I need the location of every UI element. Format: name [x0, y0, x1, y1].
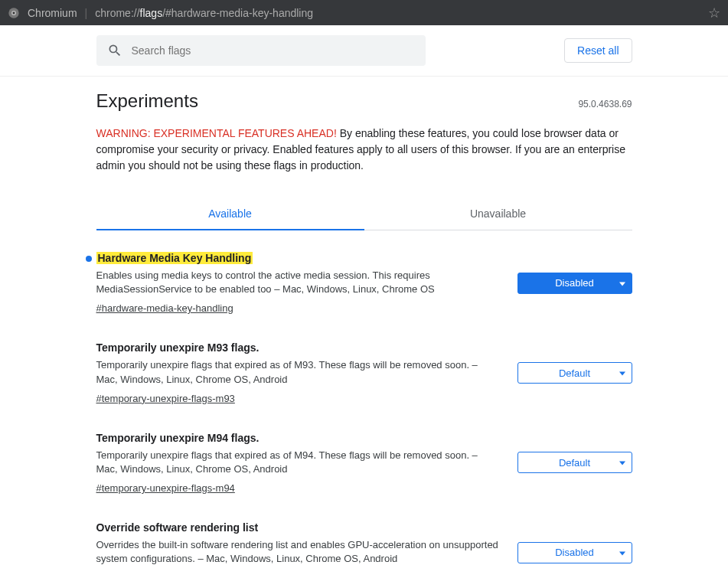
address-url[interactable]: chrome://flags/#hardware-media-key-handl…	[95, 7, 313, 19]
page-title: Experiments	[96, 90, 198, 112]
tabs: Available Unavailable	[96, 198, 632, 230]
flag-control: Default	[517, 432, 632, 494]
flags-list: Hardware Media Key HandlingEnables using…	[96, 252, 632, 565]
browser-label: Chromium	[28, 7, 77, 19]
address-separator: |	[85, 7, 88, 19]
modified-dot-icon	[86, 256, 92, 262]
flag-select[interactable]: Disabled	[517, 273, 632, 294]
flag-item: Override software rendering listOverride…	[96, 521, 632, 565]
flag-body: Temporarily unexpire M93 flags.Temporari…	[96, 341, 499, 403]
flag-title: Hardware Media Key Handling	[96, 252, 253, 264]
flag-description: Temporarily unexpire flags that expired …	[96, 449, 499, 476]
search-input[interactable]	[132, 44, 415, 57]
flag-anchor-link[interactable]: #hardware-media-key-handling	[96, 302, 233, 314]
url-host: flags	[140, 7, 163, 19]
bookmark-star-icon[interactable]: ☆	[708, 5, 720, 21]
flag-select-value: Disabled	[524, 277, 625, 289]
flag-control: Disabled	[517, 521, 632, 565]
flag-title: Temporarily unexpire M94 flags.	[96, 432, 260, 444]
flag-anchor-link[interactable]: #temporary-unexpire-flags-m94	[96, 482, 235, 494]
flag-select-value: Default	[524, 457, 625, 469]
tab-available[interactable]: Available	[96, 198, 364, 230]
flag-select[interactable]: Default	[517, 362, 632, 384]
flag-item: Hardware Media Key HandlingEnables using…	[96, 252, 632, 314]
reset-all-button[interactable]: Reset all	[564, 38, 632, 63]
flag-title: Override software rendering list	[96, 521, 259, 534]
chrome-icon	[8, 7, 20, 19]
search-box[interactable]	[96, 35, 426, 66]
address-bar: Chromium | chrome://flags/#hardware-medi…	[0, 0, 728, 25]
warning-lead: WARNING: EXPERIMENTAL FEATURES AHEAD!	[96, 127, 337, 139]
url-path: /#hardware-media-key-handling	[162, 7, 313, 19]
flag-item: Temporarily unexpire M93 flags.Temporari…	[96, 341, 632, 403]
flag-description: Enables using media keys to control the …	[96, 269, 499, 296]
flag-item: Temporarily unexpire M94 flags.Temporari…	[96, 432, 632, 494]
flag-anchor-link[interactable]: #temporary-unexpire-flags-m93	[96, 393, 235, 404]
url-prefix: chrome://	[95, 7, 139, 19]
flag-body: Temporarily unexpire M94 flags.Temporari…	[96, 432, 499, 494]
tab-unavailable[interactable]: Unavailable	[364, 198, 632, 230]
flag-description: Overrides the built-in software renderin…	[96, 538, 499, 565]
search-icon	[107, 43, 122, 58]
svg-point-2	[13, 11, 15, 14]
warning-text: WARNING: EXPERIMENTAL FEATURES AHEAD! By…	[96, 126, 632, 174]
flag-body: Override software rendering listOverride…	[96, 521, 499, 565]
flag-description: Temporarily unexpire flags that expired …	[96, 358, 499, 386]
flag-select[interactable]: Default	[517, 452, 632, 473]
flag-select[interactable]: Disabled	[517, 542, 632, 563]
flag-control: Disabled	[517, 252, 632, 314]
flag-select-value: Default	[524, 367, 625, 379]
flag-select-value: Disabled	[524, 547, 625, 558]
top-toolbar: Reset all	[0, 25, 728, 77]
version-label: 95.0.4638.69	[578, 99, 632, 109]
flag-body: Hardware Media Key HandlingEnables using…	[96, 252, 499, 314]
flag-control: Default	[517, 341, 632, 403]
flag-title: Temporarily unexpire M93 flags.	[96, 341, 260, 354]
